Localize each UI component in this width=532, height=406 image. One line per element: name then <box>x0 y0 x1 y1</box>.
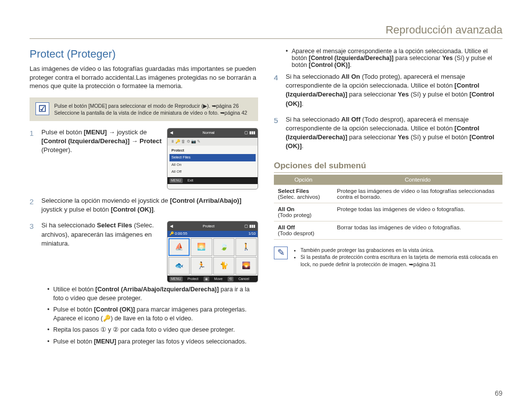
table-row: All On(Todo proteg)Protege todas las imá… <box>274 203 502 221</box>
table-row: Select Files(Selec. archivos)Protege las… <box>274 185 502 203</box>
step-3-text: Si ha seleccionado Select Files (Selec. … <box>41 221 162 282</box>
page-title: Protect (Proteger) <box>30 48 258 61</box>
steps-list-left: Pulse el botón [MENU] → joystick de [Con… <box>30 128 258 346</box>
steps-list-right: 4 Si ha seleccionado All On (Todo proteg… <box>274 72 502 151</box>
step-3-cont-bullets: Aparece el mensaje correspondiente a la … <box>274 48 502 68</box>
option-desc: Protege todas las imágenes de vídeo o fo… <box>333 203 502 221</box>
options-table: Opción Contenido Select Files(Selec. arc… <box>274 175 502 240</box>
col-option: Opción <box>274 175 333 185</box>
step-3-subitem: Repita los pasos ① y ② por cada foto o v… <box>47 326 258 335</box>
lcd-screenshot-thumbs: ◀ Protect ▢ ▮▮▮ 🔑 0:00:55 1/10 ⛵ 🌅 <box>167 221 258 282</box>
check-icon: ☑ <box>35 102 49 115</box>
step-2-text: Seleccione la opción moviendo el joystic… <box>41 196 258 214</box>
step-4: 4 Si ha seleccionado All On (Todo proteg… <box>274 72 502 108</box>
note-block: ✎ También puede proteger las grabaciones… <box>274 247 502 268</box>
lcd-thumbnails: ⛵ 🌅 🍃 🚶 🐟 🏃 🐈 🌄 <box>167 237 258 276</box>
option-desc: Protege las imágenes de vídeo o las foto… <box>333 185 502 203</box>
option-name: Select Files(Selec. archivos) <box>274 185 333 203</box>
step-3-subitem: Pulse el botón [Control (OK)] para marca… <box>47 306 258 323</box>
section-header: Reproducción avanzada <box>30 24 502 39</box>
section-title: Reproducción avanzada <box>386 24 502 36</box>
step-5: 5 Si ha seleccionado All Off (Todo despr… <box>274 115 502 151</box>
info-box: ☑ Pulse el botón [MODE] para seleccionar… <box>30 97 258 121</box>
table-row: All Off(Todo desprot)Borrar todas las im… <box>274 221 502 239</box>
pencil-icon: ✎ <box>274 247 288 259</box>
right-column: Aparece el mensaje correspondiente a la … <box>274 48 502 353</box>
step-1: Pulse el botón [MENU] → joystick de [Con… <box>30 128 258 189</box>
step-3-subitems: Utilice el botón [Control (Arriba/Abajo/… <box>41 285 258 346</box>
lcd-screenshot-menu: ◀ Normal ▢ ▮▮▮ ⏸ 🔑 🗑 ⚙ 📷 ✎ Protect Selec… <box>167 128 258 189</box>
step-1-text: Pulse el botón [MENU] → joystick de [Con… <box>41 128 162 189</box>
info-box-text: Pulse el botón [MODE] para seleccionar e… <box>54 102 247 116</box>
step-3-subitem: Utilice el botón [Control (Arriba/Abajo/… <box>47 285 258 303</box>
note-list: También puede proteger las grabaciones e… <box>293 247 502 268</box>
two-column-layout: Protect (Proteger) Las imágenes de vídeo… <box>30 48 502 353</box>
step-3-subitem: Pulse el botón [MENU] para proteger las … <box>47 338 258 346</box>
step-2: Seleccione la opción moviendo el joystic… <box>30 196 258 214</box>
page: Reproducción avanzada Protect (Proteger)… <box>0 0 532 406</box>
option-name: All On(Todo proteg) <box>274 203 333 221</box>
option-desc: Borrar todas las imágenes de vídeo o fot… <box>333 221 502 239</box>
step-3: Si ha seleccionado Select Files (Selec. … <box>30 221 258 346</box>
option-name: All Off(Todo desprot) <box>274 221 333 239</box>
submenu-heading: Opciones del submenú <box>274 161 502 173</box>
col-content: Contenido <box>333 175 502 185</box>
left-column: Protect (Proteger) Las imágenes de vídeo… <box>30 48 258 353</box>
intro-paragraph: Las imágenes de vídeo o las fotografías … <box>30 64 258 91</box>
page-number: 69 <box>495 389 502 397</box>
